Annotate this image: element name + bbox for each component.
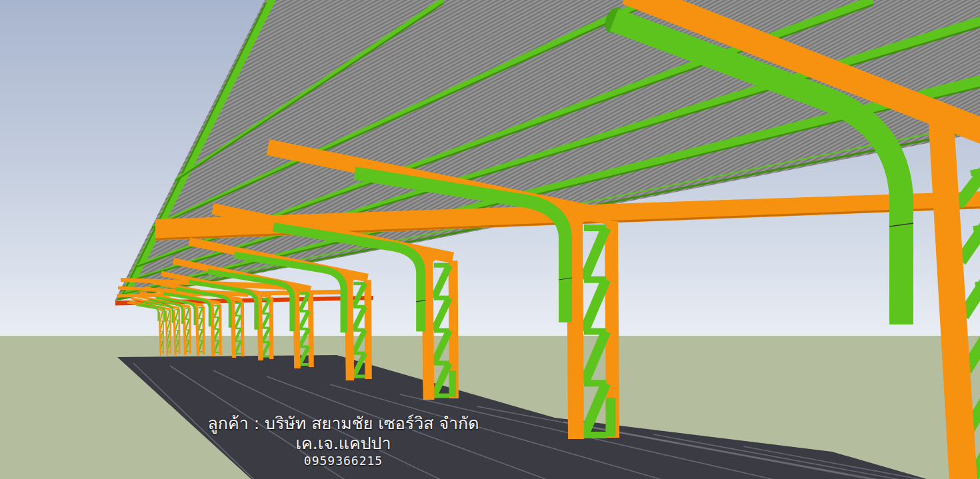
frame-front-column bbox=[184, 308, 185, 355]
frame-front-column bbox=[296, 289, 297, 368]
frame-front-column bbox=[575, 213, 576, 439]
frame-front-column bbox=[259, 296, 261, 360]
frame-front-column bbox=[166, 311, 167, 356]
frame-front-column bbox=[212, 304, 213, 356]
frame-front-column bbox=[427, 256, 429, 400]
render-viewport: ลูกค้า : บริษัท สยามชัย เซอร์วิส จำกัด เ… bbox=[0, 0, 980, 479]
main-frame-lattice-rung bbox=[975, 282, 980, 285]
frame-front-column bbox=[233, 301, 234, 358]
frame-front-column bbox=[174, 310, 175, 355]
frame-rear-column bbox=[271, 297, 272, 359]
main-frame-lattice-rung bbox=[973, 227, 980, 229]
frame-front-column bbox=[349, 277, 350, 380]
frame-rear-column bbox=[242, 301, 243, 356]
frame-front-column bbox=[197, 307, 198, 356]
frame-rear-column bbox=[311, 290, 311, 367]
main-frame-lattice-rung bbox=[971, 170, 980, 173]
scene-3d bbox=[0, 0, 980, 479]
frame-rear-column bbox=[368, 280, 369, 379]
